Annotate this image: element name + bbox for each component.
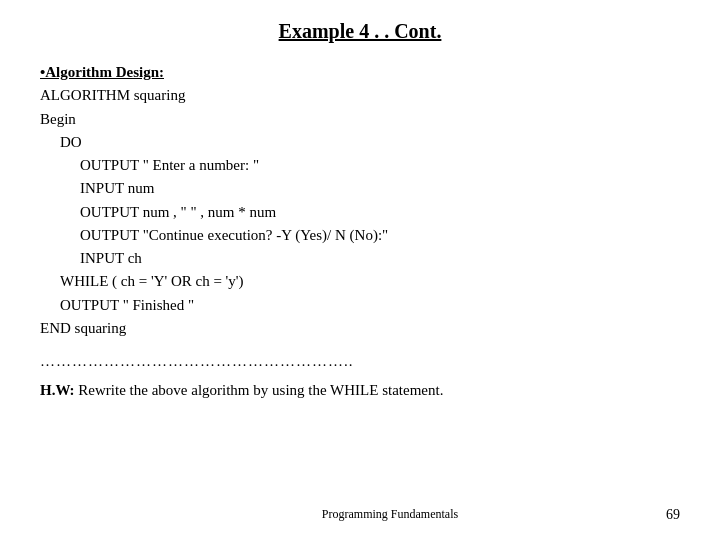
divider: ………………………………………………….. <box>40 350 680 373</box>
line-output-enter: OUTPUT " Enter a number: " <box>80 154 680 177</box>
line-output-finished: OUTPUT " Finished " <box>60 294 680 317</box>
line-algorithm: ALGORITHM squaring <box>40 84 680 107</box>
line-do: DO <box>60 131 680 154</box>
hw-line: H.W: Rewrite the above algorithm by usin… <box>40 379 680 402</box>
page-title: Example 4 . . Cont. <box>40 20 680 43</box>
footer: Programming Fundamentals 69 <box>0 507 720 522</box>
line-while: WHILE ( ch = 'Y' OR ch = 'y') <box>60 270 680 293</box>
line-output-continue: OUTPUT "Continue execution? -Y (Yes)/ N … <box>80 224 680 247</box>
hw-label: H.W: <box>40 382 75 398</box>
content-area: •Algorithm Design: ALGORITHM squaring Be… <box>40 61 680 403</box>
line-end: END squaring <box>40 317 680 340</box>
algorithm-header: •Algorithm Design: <box>40 61 680 84</box>
footer-label: Programming Fundamentals <box>60 507 720 522</box>
line-input-ch: INPUT ch <box>80 247 680 270</box>
hw-text: Rewrite the above algorithm by using the… <box>78 382 443 398</box>
footer-page: 69 <box>666 507 680 523</box>
line-begin: Begin <box>40 108 680 131</box>
page: Example 4 . . Cont. •Algorithm Design: A… <box>0 0 720 540</box>
line-input-num: INPUT num <box>80 177 680 200</box>
line-output-num: OUTPUT num , " " , num * num <box>80 201 680 224</box>
algorithm-header-text: •Algorithm Design: <box>40 64 164 80</box>
